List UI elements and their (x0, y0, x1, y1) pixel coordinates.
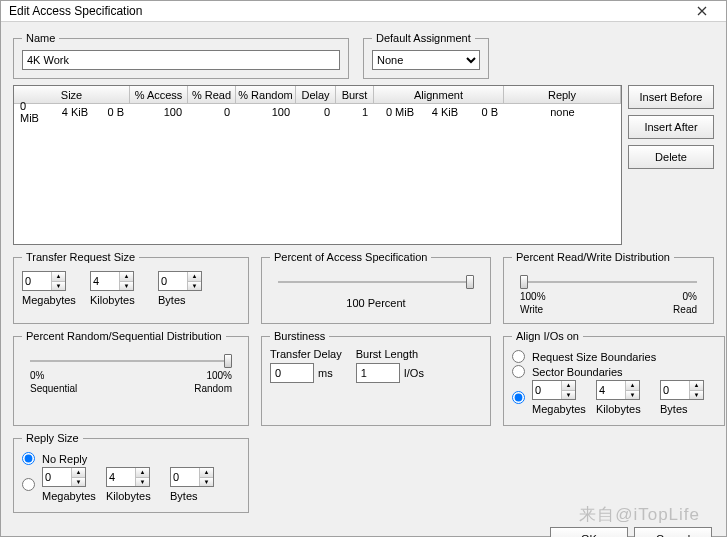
default-assignment-select[interactable]: None (372, 50, 480, 70)
col-reply[interactable]: Reply (504, 86, 621, 103)
name-fieldset: Name (13, 32, 349, 79)
insert-before-button[interactable]: Insert Before (628, 85, 714, 109)
transfer-delay-unit: ms (318, 367, 333, 379)
trs-b-input[interactable] (159, 272, 187, 290)
burstiness-fieldset: Burstiness Transfer Delay ms Burst Lengt… (261, 330, 491, 426)
trs-b-spinner[interactable]: ▲▼ (158, 271, 202, 291)
trs-kb-label: Kilobytes (90, 294, 135, 306)
prsd-rand-label: Random (194, 383, 232, 394)
prwd-legend: Percent Read/Write Distribution (512, 251, 674, 263)
col-delay[interactable]: Delay (296, 86, 336, 103)
name-input[interactable] (22, 50, 340, 70)
align-legend: Align I/Os on (512, 330, 583, 342)
reply-noreply-label: No Reply (42, 453, 87, 465)
random-seq-fieldset: Percent Random/Sequential Distribution 0… (13, 330, 249, 426)
reply-legend: Reply Size (22, 432, 83, 444)
trs-mb-spinner[interactable]: ▲▼ (22, 271, 66, 291)
trs-mb-input[interactable] (23, 272, 51, 290)
name-legend: Name (22, 32, 59, 44)
close-icon (697, 6, 707, 16)
prwd-read-label: Read (673, 304, 697, 315)
trs-legend: Transfer Request Size (22, 251, 139, 263)
trs-b-label: Bytes (158, 294, 186, 306)
prsd-seq-label: Sequential (30, 383, 77, 394)
reply-noreply-radio[interactable] (22, 452, 35, 465)
reply-mb-spinner[interactable]: ▲▼ (42, 467, 86, 487)
percent-access-value: 100 Percent (278, 297, 474, 309)
read-write-fieldset: Percent Read/Write Distribution 100% 0% … (503, 251, 714, 324)
dialog-window: Edit Access Specification Name Default A… (0, 0, 727, 537)
read-write-slider[interactable] (520, 273, 697, 289)
burstiness-legend: Burstiness (270, 330, 329, 342)
burst-length-label: Burst Length (356, 348, 424, 360)
default-assignment-legend: Default Assignment (372, 32, 475, 44)
align-request-label: Request Size Boundaries (532, 351, 656, 363)
default-assignment-fieldset: Default Assignment None (363, 32, 489, 79)
percent-access-fieldset: Percent of Access Specification 100 Perc… (261, 251, 491, 324)
window-title: Edit Access Specification (9, 4, 142, 18)
col-alignment[interactable]: Alignment (374, 86, 504, 103)
close-button[interactable] (684, 1, 720, 21)
content: Name Default Assignment None Size % Acce… (1, 22, 726, 523)
reply-custom-radio[interactable] (22, 478, 35, 491)
burst-length-input[interactable] (356, 363, 400, 383)
align-kb-spinner[interactable]: ▲▼ (596, 380, 640, 400)
align-mb-spinner[interactable]: ▲▼ (532, 380, 576, 400)
reply-kb-spinner[interactable]: ▲▼ (106, 467, 150, 487)
prsd-legend: Percent Random/Sequential Distribution (22, 330, 226, 342)
ok-button[interactable]: OK (550, 527, 628, 537)
titlebar: Edit Access Specification (1, 1, 726, 22)
percent-access-slider[interactable] (278, 273, 474, 289)
reply-size-fieldset: Reply Size No Reply ▲▼ Megabytes ▲▼ Kilo… (13, 432, 249, 513)
spec-table-header: Size % Access % Read % Random Delay Burs… (14, 86, 621, 104)
transfer-delay-label: Transfer Delay (270, 348, 342, 360)
trs-kb-spinner[interactable]: ▲▼ (90, 271, 134, 291)
col-read[interactable]: % Read (188, 86, 236, 103)
trs-mb-label: Megabytes (22, 294, 76, 306)
align-request-radio[interactable] (512, 350, 525, 363)
col-burst[interactable]: Burst (336, 86, 374, 103)
col-random[interactable]: % Random (236, 86, 296, 103)
transfer-request-size-fieldset: Transfer Request Size ▲▼ Megabytes ▲▼ Ki… (13, 251, 249, 324)
up-icon[interactable]: ▲ (52, 272, 65, 282)
random-seq-slider[interactable] (30, 352, 232, 368)
trs-kb-input[interactable] (91, 272, 119, 290)
align-fieldset: Align I/Os on Request Size Boundaries Se… (503, 330, 725, 426)
delete-button[interactable]: Delete (628, 145, 714, 169)
down-icon[interactable]: ▼ (52, 282, 65, 291)
align-b-spinner[interactable]: ▲▼ (660, 380, 704, 400)
align-sector-label: Sector Boundaries (532, 366, 623, 378)
align-custom-radio[interactable] (512, 391, 525, 404)
transfer-delay-input[interactable] (270, 363, 314, 383)
align-sector-radio[interactable] (512, 365, 525, 378)
percent-access-legend: Percent of Access Specification (270, 251, 431, 263)
prwd-write-label: Write (520, 304, 543, 315)
spec-table[interactable]: Size % Access % Read % Random Delay Burs… (13, 85, 622, 245)
cancel-button[interactable]: Cancel (634, 527, 712, 537)
reply-b-spinner[interactable]: ▲▼ (170, 467, 214, 487)
col-access[interactable]: % Access (130, 86, 188, 103)
table-row[interactable]: 0 MiB 4 KiB 0 B 100 0 100 0 1 0 MiB 4 Ki… (14, 104, 621, 120)
burst-length-unit: I/Os (404, 367, 424, 379)
insert-after-button[interactable]: Insert After (628, 115, 714, 139)
